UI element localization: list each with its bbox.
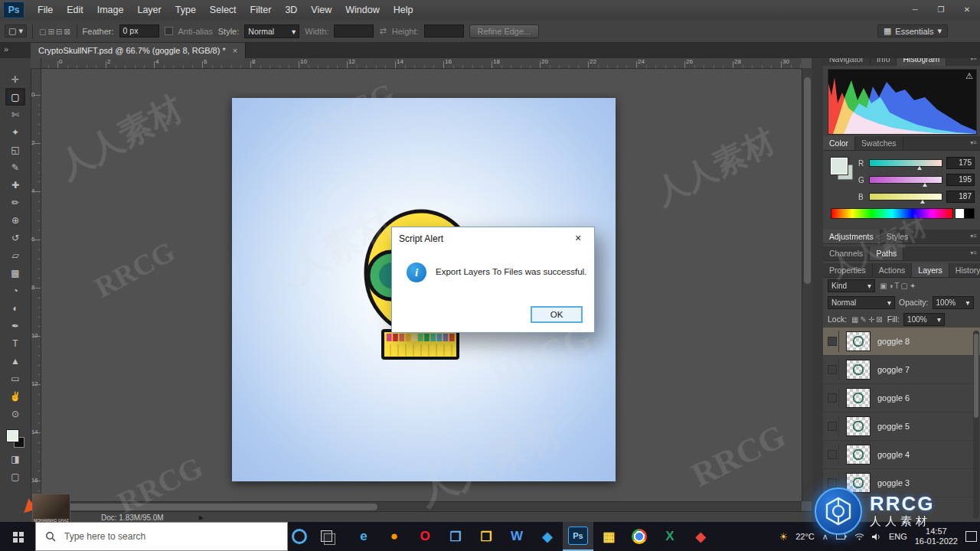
- scrollbar-thumb[interactable]: [48, 504, 377, 510]
- height-input[interactable]: [424, 24, 464, 37]
- taskbar-photoshop[interactable]: Ps: [563, 522, 593, 551]
- status-menu-arrow-icon[interactable]: ▶: [199, 514, 204, 521]
- menu-file[interactable]: File: [31, 5, 60, 15]
- panel-menu-icon[interactable]: ▾≡: [967, 246, 980, 260]
- foreground-swatch[interactable]: [831, 158, 848, 174]
- menu-type[interactable]: Type: [168, 5, 203, 15]
- quick-select-tool[interactable]: ✦: [5, 123, 25, 141]
- type-tool[interactable]: T: [5, 334, 25, 352]
- restore-button[interactable]: ❐: [928, 0, 954, 20]
- tab-actions[interactable]: Actions: [873, 263, 912, 277]
- crop-tool[interactable]: ◱: [5, 141, 25, 158]
- move-tool[interactable]: ✛: [5, 70, 25, 88]
- style-select[interactable]: Normal ▾: [244, 24, 299, 38]
- layer-row[interactable]: goggle 5: [823, 412, 980, 441]
- canvas-vertical-scrollbar[interactable]: [802, 68, 812, 501]
- zoom-tool[interactable]: ⊙: [5, 405, 25, 422]
- layer-row[interactable]: goggle 4: [823, 441, 980, 469]
- history-brush-tool[interactable]: ↺: [5, 229, 25, 246]
- layer-thumbnail[interactable]: [846, 388, 871, 408]
- visibility-toggle[interactable]: [826, 416, 839, 437]
- taskbar-edge[interactable]: e: [348, 522, 379, 551]
- layer-filter-icon[interactable]: ◑: [887, 282, 893, 290]
- width-input[interactable]: [334, 24, 374, 37]
- weather-temp[interactable]: 22°C: [795, 532, 815, 541]
- pen-tool[interactable]: ✒: [5, 317, 25, 334]
- swap-dimensions-icon[interactable]: ⇄: [379, 26, 386, 36]
- layer-thumbnail[interactable]: [846, 360, 871, 380]
- menu-layer[interactable]: Layer: [130, 5, 168, 15]
- lock-icon[interactable]: ▦: [851, 315, 859, 324]
- shape-tool[interactable]: ▭: [5, 370, 25, 387]
- channel-slider[interactable]: [869, 193, 942, 201]
- quick-mask-button[interactable]: ◨: [5, 450, 25, 468]
- brush-tool[interactable]: ✏: [5, 194, 25, 211]
- lock-icon[interactable]: ⊠: [875, 315, 883, 324]
- tab-close-icon[interactable]: ×: [233, 46, 237, 55]
- path-select-tool[interactable]: ▲: [5, 352, 25, 370]
- taskbar-vscode[interactable]: ◆: [532, 522, 563, 551]
- close-button[interactable]: ✕: [954, 0, 980, 20]
- refine-edge-button[interactable]: Refine Edge...: [469, 24, 540, 38]
- cortana-icon[interactable]: [292, 529, 307, 544]
- healing-tool[interactable]: ✚: [5, 176, 25, 194]
- layer-row[interactable]: goggle 6: [823, 384, 980, 412]
- taskbar-search[interactable]: [35, 522, 288, 551]
- task-view-icon[interactable]: [321, 530, 332, 542]
- taskbar-red-app[interactable]: ◆: [685, 522, 716, 551]
- start-button[interactable]: [0, 522, 35, 551]
- visibility-toggle[interactable]: [826, 331, 839, 352]
- taskbar-folder-blue[interactable]: ❒: [440, 522, 471, 551]
- feather-input[interactable]: 0 px: [119, 24, 159, 37]
- scrollbar-thumb[interactable]: [804, 77, 811, 284]
- visibility-toggle[interactable]: [826, 387, 839, 409]
- taskbar-firefox[interactable]: ●: [379, 522, 410, 551]
- color-swatches[interactable]: [5, 429, 25, 450]
- layer-filter-kind-select[interactable]: Kind ▾: [828, 279, 875, 292]
- layer-filter-icon[interactable]: ▣: [879, 282, 887, 290]
- gradient-tool[interactable]: ▩: [5, 264, 25, 282]
- document-tab[interactable]: CryptoSkullNFT.psd @ 66.7% (goggle 8, RG…: [31, 43, 246, 58]
- channel-slider[interactable]: [869, 159, 942, 167]
- tab-layers[interactable]: Layers: [912, 263, 949, 277]
- menu-filter[interactable]: Filter: [243, 5, 279, 15]
- tab-paths[interactable]: Paths: [870, 246, 903, 260]
- fill-input[interactable]: 100% ▾: [903, 313, 945, 326]
- selection-mode-icon[interactable]: ⊠: [63, 28, 70, 36]
- blur-tool[interactable]: ◔: [5, 282, 25, 299]
- selection-mode-icon[interactable]: ▢: [38, 28, 47, 36]
- canvas-horizontal-scrollbar[interactable]: [41, 501, 802, 512]
- visibility-toggle[interactable]: [826, 444, 839, 465]
- eyedropper-tool[interactable]: ✎: [5, 158, 25, 176]
- opacity-input[interactable]: 100% ▾: [933, 296, 974, 309]
- slider-thumb[interactable]: [923, 183, 927, 187]
- ok-button[interactable]: OK: [531, 306, 583, 323]
- taskbar-excel[interactable]: X: [655, 522, 685, 551]
- search-input[interactable]: [63, 530, 257, 543]
- panel-menu-icon[interactable]: ▾≡: [967, 136, 980, 150]
- layer-filter-icon[interactable]: ▢: [900, 282, 909, 290]
- visibility-toggle[interactable]: [826, 359, 839, 380]
- layer-row[interactable]: goggle 7: [823, 356, 980, 384]
- taskbar-opera[interactable]: O: [410, 522, 440, 551]
- panel-menu-icon[interactable]: ▾≡: [967, 230, 980, 243]
- tab-history[interactable]: History: [949, 263, 980, 277]
- eraser-tool[interactable]: ▱: [5, 246, 25, 264]
- lock-icon[interactable]: ✛: [867, 315, 875, 324]
- tab-properties[interactable]: Properties: [823, 263, 873, 277]
- menu-image[interactable]: Image: [90, 5, 131, 15]
- layer-row[interactable]: goggle 8: [823, 328, 980, 356]
- taskbar-sticky-notes[interactable]: ▦: [593, 522, 624, 551]
- selection-mode-icon[interactable]: ⊟: [55, 28, 63, 36]
- menu-edit[interactable]: Edit: [60, 5, 90, 15]
- tab-channels[interactable]: Channels: [823, 246, 870, 260]
- workspace-switcher[interactable]: ▦ Essentials ▾: [877, 24, 948, 37]
- blend-mode-select[interactable]: Normal ▾: [828, 296, 895, 309]
- menu-select[interactable]: Select: [203, 5, 243, 15]
- layer-filter-icon[interactable]: T: [894, 282, 900, 290]
- tab-styles[interactable]: Styles: [880, 230, 916, 243]
- scrollbar-thumb[interactable]: [974, 334, 978, 418]
- slider-thumb[interactable]: [920, 200, 925, 204]
- hand-tool[interactable]: ✌: [5, 387, 25, 405]
- color-swatch-pair[interactable]: [831, 158, 854, 181]
